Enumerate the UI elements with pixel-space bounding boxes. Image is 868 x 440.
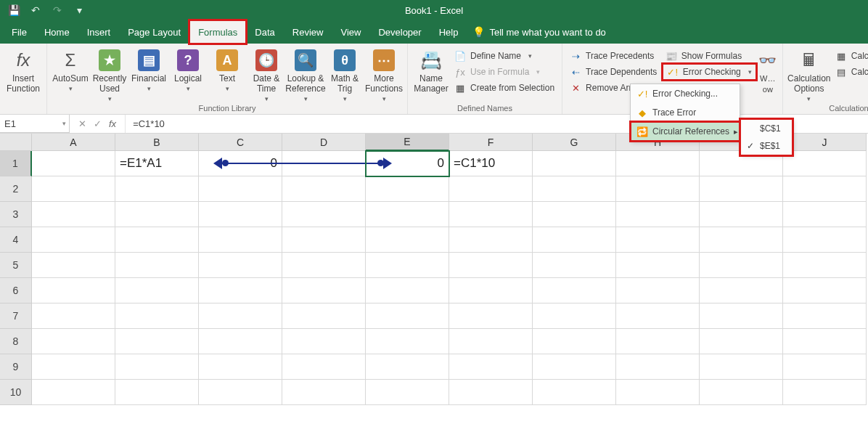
cell[interactable] <box>366 278 449 303</box>
column-header[interactable]: F <box>449 134 533 151</box>
cell[interactable] <box>199 380 282 405</box>
cell[interactable] <box>533 354 616 380</box>
redo-icon[interactable]: ↷ <box>49 2 65 18</box>
cell[interactable] <box>282 303 366 329</box>
define-name-button[interactable]: 📄Define Name▾ <box>451 48 557 64</box>
cell[interactable] <box>199 278 282 303</box>
cancel-formula-icon[interactable]: ✕ <box>78 118 86 129</box>
cell[interactable] <box>366 303 449 329</box>
tab-review[interactable]: Review <box>284 20 332 44</box>
cell[interactable] <box>282 176 366 202</box>
row-header[interactable]: 2 <box>0 176 32 202</box>
lookup-reference-button[interactable]: 🔍Lookup & Reference▾ <box>287 45 324 102</box>
cell[interactable] <box>533 202 616 227</box>
row-header[interactable]: 1 <box>0 151 32 176</box>
cell[interactable] <box>616 202 700 227</box>
row-header[interactable]: 4 <box>0 227 32 253</box>
cell[interactable] <box>282 227 366 253</box>
tab-file[interactable]: File <box>3 20 36 44</box>
cell[interactable] <box>533 380 616 405</box>
cell[interactable] <box>449 202 533 227</box>
cell[interactable] <box>199 176 282 202</box>
error-checking-menu-item[interactable]: ✓!Error Checking... <box>631 84 740 103</box>
cell[interactable] <box>783 303 867 329</box>
cell[interactable] <box>616 176 700 202</box>
cell[interactable] <box>366 202 449 227</box>
cell[interactable] <box>783 380 867 405</box>
cell[interactable] <box>533 329 616 354</box>
cell[interactable] <box>199 227 282 253</box>
cell[interactable]: =E1*A1 <box>115 151 199 176</box>
cell[interactable] <box>115 176 199 202</box>
cell[interactable] <box>366 253 449 278</box>
column-header[interactable]: G <box>533 134 616 151</box>
cell[interactable] <box>616 303 700 329</box>
accept-formula-icon[interactable]: ✓ <box>94 118 102 129</box>
cell[interactable] <box>32 227 115 253</box>
select-all-corner[interactable] <box>0 134 32 151</box>
cell[interactable] <box>449 380 533 405</box>
cell[interactable] <box>282 380 366 405</box>
cell[interactable] <box>32 176 115 202</box>
cell[interactable] <box>533 253 616 278</box>
tell-me-search[interactable]: 💡 Tell me what you want to do <box>472 20 605 44</box>
cell[interactable] <box>533 176 616 202</box>
cell[interactable] <box>700 227 783 253</box>
cell[interactable] <box>449 253 533 278</box>
cell[interactable] <box>199 202 282 227</box>
cell[interactable] <box>32 202 115 227</box>
insert-function-button[interactable]: fx Insert Function <box>4 45 42 94</box>
cell[interactable] <box>616 329 700 354</box>
cell[interactable] <box>32 380 115 405</box>
cell[interactable] <box>700 354 783 380</box>
autosum-button[interactable]: ΣAutoSum▾ <box>52 45 89 92</box>
cell[interactable] <box>32 253 115 278</box>
calculate-sheet-button[interactable]: ▤Calculate S <box>832 64 868 80</box>
cell[interactable] <box>32 303 115 329</box>
cell[interactable] <box>282 202 366 227</box>
recently-used-button[interactable]: ★Recently Used▾ <box>91 45 128 102</box>
cell[interactable] <box>199 329 282 354</box>
trace-error-menu-item[interactable]: ◆Trace Error <box>631 103 740 122</box>
error-checking-button[interactable]: ✓!Error Checking▾ <box>663 64 756 80</box>
cell[interactable] <box>533 303 616 329</box>
cell[interactable] <box>199 253 282 278</box>
create-from-selection-button[interactable]: ▦Create from Selection <box>451 80 557 96</box>
row-header[interactable]: 10 <box>0 380 32 405</box>
cell[interactable] <box>115 227 199 253</box>
cell[interactable] <box>783 253 867 278</box>
cell[interactable] <box>115 278 199 303</box>
cell[interactable] <box>533 278 616 303</box>
trace-precedents-button[interactable]: ⇢Trace Precedents <box>567 48 661 64</box>
circular-ref-item[interactable]: $C$1 <box>741 120 792 137</box>
undo-icon[interactable]: ↶ <box>28 2 44 18</box>
cell[interactable] <box>282 253 366 278</box>
tab-view[interactable]: View <box>332 20 369 44</box>
column-header[interactable]: C <box>199 134 282 151</box>
cell[interactable] <box>616 227 700 253</box>
financial-button[interactable]: ▤Financial▾ <box>130 45 168 92</box>
column-header[interactable]: A <box>32 134 115 151</box>
cell[interactable] <box>366 380 449 405</box>
cell[interactable] <box>616 278 700 303</box>
cell[interactable] <box>700 176 783 202</box>
more-functions-button[interactable]: ⋯More Functions▾ <box>365 45 403 102</box>
tab-home[interactable]: Home <box>36 20 78 44</box>
cell[interactable] <box>783 176 867 202</box>
row-header[interactable]: 3 <box>0 202 32 227</box>
cell[interactable]: 0 <box>199 151 282 176</box>
cell[interactable] <box>366 227 449 253</box>
cell[interactable] <box>616 151 700 176</box>
cell[interactable] <box>700 329 783 354</box>
cell[interactable] <box>199 303 282 329</box>
cell[interactable] <box>32 354 115 380</box>
cell[interactable] <box>700 253 783 278</box>
row-header[interactable]: 7 <box>0 303 32 329</box>
calculate-now-button[interactable]: ▦Calculate Now <box>832 48 868 64</box>
use-in-formula-button[interactable]: ƒxUse in Formula▾ <box>451 64 557 80</box>
name-box[interactable]: E1▾ <box>0 115 70 133</box>
cell[interactable] <box>616 253 700 278</box>
insert-function-icon[interactable]: fx <box>109 118 116 129</box>
cell[interactable] <box>366 329 449 354</box>
cell[interactable] <box>282 329 366 354</box>
